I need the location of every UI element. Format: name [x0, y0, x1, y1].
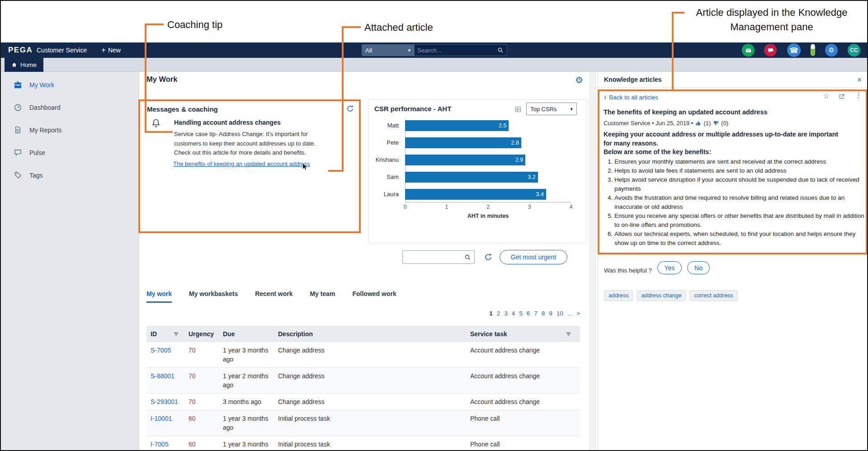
table-row[interactable]: S-7005701 year 3 months agoChange addres… — [146, 342, 580, 368]
tag-chip[interactable]: address — [604, 290, 633, 301]
thumbs-up-icon[interactable] — [695, 120, 701, 126]
coaching-card: Messages & coaching Handling account add… — [138, 99, 361, 233]
worklist-search-input[interactable] — [403, 254, 464, 261]
page-6[interactable]: 6 — [527, 310, 530, 317]
column-header-description: Description — [278, 329, 470, 338]
annotation-coaching-label: Coaching tip — [167, 19, 222, 31]
sidebar-item-pulse[interactable]: Pulse — [1, 141, 139, 164]
table-row[interactable]: I-7005601 year 3 months agoInitial proce… — [146, 436, 580, 451]
refresh-icon[interactable] — [484, 253, 492, 261]
tab-my-workbaskets[interactable]: My workbaskets — [189, 290, 238, 303]
favorite-star-icon[interactable]: ☆ — [823, 91, 830, 101]
table-row[interactable]: S-88001701 year 2 months agoChange addre… — [146, 368, 580, 394]
availability-indicator[interactable] — [811, 44, 815, 56]
close-icon[interactable]: × — [857, 72, 862, 88]
panel-title: Knowledge articles — [604, 72, 662, 88]
search-scope-select[interactable]: All ▾ — [362, 44, 414, 56]
tab-my-team[interactable]: My team — [310, 290, 335, 303]
chevron-left-icon: ‹ — [604, 93, 606, 101]
helpful-yes-button[interactable]: Yes — [657, 261, 682, 274]
new-button[interactable]: +New — [101, 42, 121, 58]
case-id-link[interactable]: S-88001 — [151, 372, 175, 380]
chart-bar: 2.8 — [405, 137, 521, 148]
annotation-line — [145, 23, 164, 25]
helpful-no-button[interactable]: No — [687, 261, 710, 274]
worklist-search-field[interactable] — [402, 250, 475, 264]
annotation-line — [342, 26, 361, 28]
chat-icon[interactable] — [764, 44, 777, 56]
get-most-urgent-button[interactable]: Get most urgent — [500, 250, 567, 264]
sidebar-item-my-work[interactable]: My Work — [1, 74, 139, 96]
case-id-link[interactable]: S-293001 — [151, 398, 178, 405]
tab-followed-work[interactable]: Followed work — [352, 290, 396, 303]
page-2[interactable]: 2 — [497, 310, 500, 317]
more-options-icon[interactable]: ⋮ — [855, 91, 862, 99]
tab-recent-work[interactable]: Recent work — [255, 290, 292, 303]
chart-bar: 2.5 — [405, 120, 509, 131]
sidebar-item-tags[interactable]: Tags — [1, 164, 139, 187]
chart-x-tick: 4 — [565, 204, 577, 210]
sidebar: My WorkDashboardMy ReportsPulseTags — [1, 72, 139, 451]
coaching-article-link[interactable]: The benefits of keeping an updated accou… — [173, 160, 310, 167]
table-row[interactable]: S-293001703 months agoChange addressAcco… — [146, 394, 580, 410]
chart-x-tick: 1 — [441, 204, 453, 210]
due-value: 1 year 3 months ago — [223, 410, 278, 436]
app-name: Customer Service — [37, 42, 87, 58]
case-id-link[interactable]: I-7005 — [151, 441, 169, 448]
phone-icon[interactable]: ☎ — [787, 43, 801, 57]
scrollbar[interactable] — [590, 72, 596, 451]
chart-value-label: 3.2 — [528, 174, 538, 180]
page-1[interactable]: 1 — [489, 310, 493, 317]
tag-chip[interactable]: correct address — [689, 290, 737, 301]
dislikes-count: (0) — [721, 120, 728, 127]
search-icon[interactable] — [464, 254, 474, 261]
chevron-down-icon: ▾ — [408, 47, 410, 53]
global-search-field[interactable] — [414, 44, 507, 56]
thumbs-down-icon[interactable] — [713, 120, 719, 126]
page-8[interactable]: 8 — [542, 310, 545, 317]
chart-x-axis-label: AHT in minutes — [405, 213, 571, 219]
panel-divider — [598, 87, 868, 88]
aht-bar-chart: AHT in minutes Matt2.5Pete2.8Krishanu2.9… — [369, 100, 587, 244]
urgency-value: 70 — [189, 347, 196, 354]
table-row[interactable]: I-10001601 year 3 months agoInitial proc… — [146, 410, 580, 436]
tab-my-work[interactable]: My work — [146, 290, 172, 303]
sidebar-item-dashboard[interactable]: Dashboard — [1, 96, 139, 119]
bell-icon — [151, 118, 161, 129]
home-icon — [11, 62, 17, 68]
tab-home[interactable]: Home — [5, 58, 43, 72]
pulse-icon — [14, 148, 23, 157]
service-task-value: Account address change — [470, 342, 580, 367]
refresh-icon[interactable] — [346, 105, 354, 113]
description-value: Change address — [278, 342, 470, 367]
screen: PEGA Customer Service +New All ▾ ☎ ⚙ CC … — [0, 0, 868, 451]
global-search-input[interactable] — [415, 47, 497, 54]
case-id-link[interactable]: I-10001 — [151, 415, 172, 422]
page-10[interactable]: 10 — [557, 310, 563, 317]
back-to-articles-link[interactable]: ‹Back to all articles — [604, 93, 658, 101]
urgency-value: 60 — [189, 441, 196, 448]
filter-icon[interactable] — [565, 331, 572, 338]
page-9[interactable]: 9 — [549, 310, 552, 317]
page-3[interactable]: 3 — [504, 310, 508, 317]
helpful-question: Was this helpful ? — [604, 264, 652, 277]
table-header: IDUrgencyDueDescriptionService task — [146, 326, 580, 342]
article-meta: Customer Service • Jun 25, 2019 • (1) (0… — [604, 120, 728, 127]
tag-chip[interactable]: address change — [637, 290, 686, 301]
mail-icon[interactable] — [742, 44, 755, 56]
filter-icon[interactable] — [173, 331, 179, 338]
urgency-value: 60 — [189, 415, 196, 422]
sidebar-item-my-reports[interactable]: My Reports — [1, 119, 139, 141]
page-5[interactable]: 5 — [519, 310, 523, 317]
external-link-icon[interactable] — [838, 93, 845, 100]
page-4[interactable]: 4 — [512, 310, 515, 317]
page-7[interactable]: 7 — [534, 310, 538, 317]
search-icon[interactable] — [497, 47, 507, 53]
column-header-due: Due — [223, 329, 278, 338]
case-id-link[interactable]: S-7005 — [151, 347, 171, 354]
avatar[interactable]: CC — [848, 44, 860, 56]
dashboard-gear-icon[interactable]: ⚙ — [575, 75, 583, 85]
settings-gear-icon[interactable]: ⚙ — [825, 44, 838, 56]
chart-value-label: 2.5 — [499, 122, 509, 129]
pagination-next[interactable]: > — [576, 310, 580, 317]
